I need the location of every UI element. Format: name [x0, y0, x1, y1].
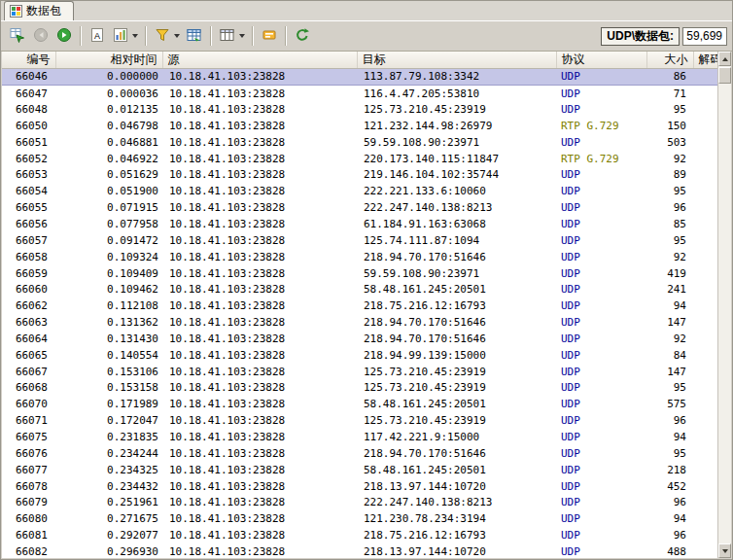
- table-row[interactable]: 66062 0.112108 10.18.41.103:23828 218.75…: [2, 298, 717, 314]
- filter-button[interactable]: [151, 24, 174, 48]
- toolbar-separator: [252, 26, 254, 46]
- table-view-button[interactable]: [183, 24, 206, 48]
- table-row[interactable]: 66060 0.109462 10.18.41.103:23828 58.48.…: [2, 281, 717, 298]
- table-row[interactable]: 66052 0.046922 10.18.41.103:23828 220.17…: [2, 151, 717, 167]
- display-format-button[interactable]: A: [86, 24, 109, 48]
- packet-decode: [693, 380, 717, 397]
- packet-protocol: RTP G.729: [556, 118, 646, 134]
- table-row[interactable]: 66078 0.234432 10.18.41.103:23828 218.13…: [2, 478, 717, 495]
- table-row[interactable]: 66080 0.271675 10.18.41.103:23828 121.23…: [2, 510, 717, 527]
- table-row[interactable]: 66051 0.046881 10.18.41.103:23828 59.59.…: [2, 134, 717, 151]
- packet-protocol: UDP: [556, 232, 646, 249]
- packet-source: 10.18.41.103:23828: [162, 232, 357, 249]
- packet-decode: [693, 396, 717, 412]
- scroll-thumb[interactable]: [718, 67, 731, 84]
- packet-rel-time: 0.112108: [55, 298, 162, 314]
- column-header-size[interactable]: 大小: [646, 52, 693, 69]
- packet-number: 66052: [2, 151, 55, 167]
- bar-chart-icon: [113, 27, 128, 46]
- packet-size: 503: [646, 134, 693, 151]
- packet-rel-time: 0.077958: [55, 216, 162, 232]
- table-row[interactable]: 66046 0.000000 10.18.41.103:23828 113.87…: [2, 69, 717, 86]
- back-button[interactable]: [29, 24, 52, 48]
- table-row[interactable]: 66059 0.109409 10.18.41.103:23828 59.59.…: [2, 265, 717, 282]
- table-view-icon: [187, 27, 202, 46]
- packet-protocol: UDP: [556, 462, 646, 478]
- packet-size: 92: [646, 151, 693, 167]
- table-row[interactable]: 66067 0.153106 10.18.41.103:23828 125.73…: [2, 364, 717, 380]
- packet-number: 66048: [2, 101, 55, 118]
- table-row[interactable]: 66057 0.091472 10.18.41.103:23828 125.74…: [2, 232, 717, 249]
- column-header-source[interactable]: 源: [162, 52, 357, 69]
- column-header-decode[interactable]: 解码: [693, 52, 717, 69]
- packet-decode: [693, 199, 717, 216]
- columns-dropdown-caret-icon[interactable]: [239, 34, 245, 38]
- packet-source: 10.18.41.103:23828: [162, 216, 357, 232]
- packet-source: 10.18.41.103:23828: [162, 347, 357, 364]
- tab-packets[interactable]: 数据包: [4, 1, 74, 20]
- table-row[interactable]: 66076 0.234244 10.18.41.103:23828 218.94…: [2, 445, 717, 462]
- packet-color-button[interactable]: [258, 24, 281, 48]
- decode-dropdown-caret-icon[interactable]: [132, 34, 138, 38]
- column-header-number[interactable]: 编号: [2, 52, 55, 69]
- refresh-button[interactable]: [291, 24, 314, 48]
- packet-size: 150: [646, 118, 693, 134]
- letter-a-icon: A: [89, 27, 105, 46]
- packet-size: 95: [646, 101, 693, 118]
- table-header-row: 编号 相对时间 源 目标 协议 大小 解码: [2, 52, 717, 69]
- packet-decode: [693, 412, 717, 429]
- table-row[interactable]: 66058 0.109324 10.18.41.103:23828 218.94…: [2, 249, 717, 265]
- packet-size: 89: [646, 167, 693, 184]
- column-header-protocol[interactable]: 协议: [556, 52, 646, 69]
- filter-dropdown-caret-icon[interactable]: [174, 34, 180, 38]
- packet-source: 10.18.41.103:23828: [162, 183, 357, 199]
- table-row[interactable]: 66070 0.171989 10.18.41.103:23828 58.48.…: [2, 396, 717, 412]
- packet-rel-time: 0.171989: [55, 396, 162, 412]
- table-row[interactable]: 66068 0.153158 10.18.41.103:23828 125.73…: [2, 380, 717, 397]
- vertical-scrollbar[interactable]: [717, 52, 731, 558]
- packet-decode: [693, 364, 717, 380]
- table-row[interactable]: 66082 0.296930 10.18.41.103:23828 218.13…: [2, 543, 717, 558]
- table-row[interactable]: 66048 0.012135 10.18.41.103:23828 125.73…: [2, 101, 717, 118]
- packet-rel-time: 0.172047: [55, 412, 162, 429]
- column-header-rel-time[interactable]: 相对时间: [55, 52, 162, 69]
- forward-button[interactable]: [52, 24, 76, 48]
- packet-number: 66067: [2, 364, 55, 380]
- table-row[interactable]: 66077 0.234325 10.18.41.103:23828 58.48.…: [2, 462, 717, 478]
- packet-decode: [693, 314, 717, 331]
- columns-button[interactable]: [216, 24, 239, 48]
- table-row[interactable]: 66063 0.131362 10.18.41.103:23828 218.94…: [2, 314, 717, 331]
- packet-rel-time: 0.046922: [55, 151, 162, 167]
- scroll-down-icon[interactable]: [718, 543, 731, 558]
- new-packet-window-button[interactable]: [6, 24, 29, 48]
- table-row[interactable]: 66053 0.051629 10.18.41.103:23828 219.14…: [2, 167, 717, 184]
- table-row[interactable]: 66065 0.140554 10.18.41.103:23828 218.94…: [2, 347, 717, 364]
- packet-size: 86: [646, 69, 693, 86]
- table-row[interactable]: 66064 0.131430 10.18.41.103:23828 218.94…: [2, 331, 717, 347]
- scroll-up-icon[interactable]: [718, 52, 731, 66]
- table-row[interactable]: 66054 0.051900 10.18.41.103:23828 222.22…: [2, 183, 717, 199]
- packet-source: 10.18.41.103:23828: [162, 494, 357, 510]
- packet-rel-time: 0.131362: [55, 314, 162, 331]
- table-row[interactable]: 66056 0.077958 10.18.41.103:23828 61.184…: [2, 216, 717, 232]
- table-row[interactable]: 66081 0.292077 10.18.41.103:23828 218.75…: [2, 527, 717, 543]
- table-row[interactable]: 66055 0.071915 10.18.41.103:23828 222.24…: [2, 199, 717, 216]
- packet-size: 95: [646, 445, 693, 462]
- table-row[interactable]: 66079 0.251961 10.18.41.103:23828 222.24…: [2, 494, 717, 510]
- packet-count-label: UDP\数据包:: [601, 27, 680, 46]
- packet-size: 95: [646, 183, 693, 199]
- packet-source: 10.18.41.103:23828: [162, 510, 357, 527]
- packet-destination: 220.173.140.115:11847: [357, 151, 556, 167]
- table-row[interactable]: 66075 0.231835 10.18.41.103:23828 117.42…: [2, 429, 717, 445]
- packet-protocol: UDP: [556, 249, 646, 265]
- packet-destination: 125.73.210.45:23919: [357, 380, 556, 397]
- table-row[interactable]: 66050 0.046798 10.18.41.103:23828 121.23…: [2, 118, 717, 134]
- table-row[interactable]: 66071 0.172047 10.18.41.103:23828 125.73…: [2, 412, 717, 429]
- column-header-destination[interactable]: 目标: [357, 52, 556, 69]
- decode-chart-button[interactable]: [109, 24, 132, 48]
- packet-protocol: UDP: [556, 527, 646, 543]
- packet-size: 452: [646, 478, 693, 495]
- packet-destination: 125.73.210.45:23919: [357, 364, 556, 380]
- table-row[interactable]: 66047 0.000036 10.18.41.103:23828 116.4.…: [2, 85, 717, 101]
- packet-size: 95: [646, 380, 693, 397]
